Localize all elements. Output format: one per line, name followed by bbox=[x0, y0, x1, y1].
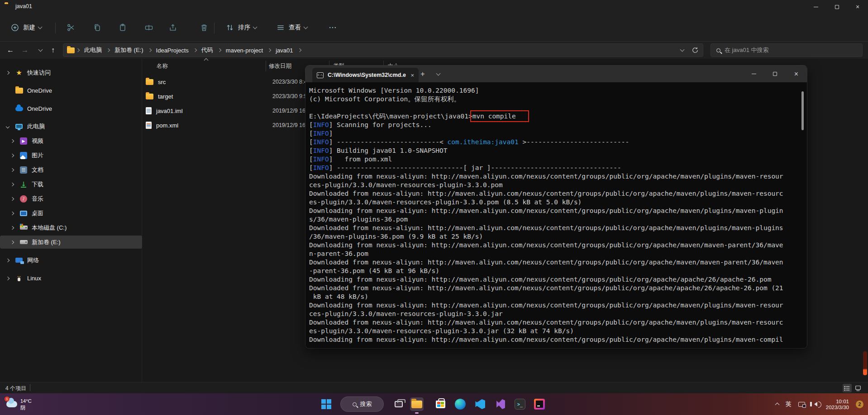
chevron-right-icon[interactable] bbox=[10, 240, 14, 244]
chevron-right-icon[interactable] bbox=[10, 153, 14, 157]
cut-button[interactable] bbox=[62, 20, 80, 35]
volume-icon[interactable] bbox=[812, 402, 817, 406]
clock[interactable]: 10:01 2023/3/30 bbox=[826, 399, 849, 410]
more-options-button[interactable] bbox=[324, 20, 341, 35]
terminal-tab[interactable]: C:\ C:\Windows\System32\cmd.e × bbox=[312, 68, 419, 82]
paste-button[interactable] bbox=[114, 20, 131, 35]
diskc-icon bbox=[19, 224, 28, 232]
breadcrumb-item[interactable]: IdeaProjects bbox=[153, 46, 192, 55]
terminal-maximize-button[interactable] bbox=[764, 66, 786, 82]
share-button[interactable] bbox=[164, 20, 181, 35]
taskbar-app-task-view[interactable] bbox=[392, 397, 405, 411]
view-button[interactable]: 查看 bbox=[272, 20, 311, 35]
cast-icon[interactable] bbox=[798, 402, 805, 407]
taskbar-search-button[interactable]: 搜索 bbox=[340, 396, 384, 412]
address-dropdown-icon[interactable] bbox=[680, 47, 685, 52]
tab-dropdown-button[interactable] bbox=[432, 66, 444, 82]
chevron-down-icon[interactable] bbox=[6, 124, 10, 128]
delete-button[interactable] bbox=[196, 20, 213, 35]
location-folder-icon bbox=[67, 47, 75, 53]
notification-badge[interactable]: 2 bbox=[856, 401, 863, 408]
file-explorer-icon bbox=[411, 401, 422, 408]
up-button[interactable]: ↑ bbox=[46, 43, 60, 57]
chevron-right-icon[interactable] bbox=[10, 226, 14, 229]
sidebar-item-文档[interactable]: 文档 bbox=[0, 163, 142, 176]
search-input[interactable]: 在 java01 中搜索 bbox=[711, 43, 863, 57]
scissors-icon bbox=[66, 23, 76, 33]
chevron-right-icon[interactable] bbox=[6, 258, 10, 262]
edge-scrollbar[interactable] bbox=[863, 351, 867, 375]
sidebar-item-桌面[interactable]: 桌面 bbox=[0, 207, 142, 220]
intellij-idea-icon bbox=[534, 399, 545, 410]
file-name: pom.xml bbox=[156, 122, 178, 129]
new-button[interactable]: 新建 bbox=[6, 20, 45, 35]
breadcrumb-separator-icon bbox=[76, 48, 80, 52]
taskbar-app-edge[interactable] bbox=[453, 397, 467, 411]
tab-close-icon[interactable]: × bbox=[410, 72, 414, 79]
chevron-right-icon[interactable] bbox=[10, 139, 14, 142]
sidebar-item-此电脑[interactable]: 此电脑 bbox=[0, 120, 142, 133]
sidebar-item-下载[interactable]: ↓下载 bbox=[0, 178, 142, 191]
new-tab-button[interactable]: + bbox=[416, 66, 429, 82]
windows-logo-icon bbox=[321, 399, 331, 409]
chevron-right-icon[interactable] bbox=[10, 211, 14, 215]
sidebar-item-新加卷 (E:)[interactable]: 新加卷 (E:) bbox=[0, 236, 142, 249]
breadcrumb-item[interactable]: 代码 bbox=[198, 45, 216, 56]
sidebar-item-视频[interactable]: ▶视频 bbox=[0, 134, 142, 147]
column-divider[interactable] bbox=[266, 61, 266, 71]
taskbar-app-visual-studio[interactable] bbox=[493, 397, 507, 411]
terminal-close-button[interactable]: × bbox=[786, 66, 807, 82]
sidebar-item-label: OneDrive bbox=[27, 105, 52, 112]
visual-studio-icon bbox=[495, 399, 505, 409]
refresh-icon[interactable] bbox=[691, 45, 699, 55]
chevron-right-icon[interactable] bbox=[6, 276, 10, 280]
sidebar-item-Linux[interactable]: Linux bbox=[0, 272, 142, 285]
large-icons-view-button[interactable] bbox=[854, 384, 863, 392]
breadcrumb-item[interactable]: 此电脑 bbox=[81, 45, 105, 56]
close-button[interactable]: × bbox=[847, 0, 868, 14]
taskbar-app-microsoft-store[interactable] bbox=[434, 397, 447, 411]
sidebar-item-label: 视频 bbox=[32, 137, 43, 145]
breadcrumb-item[interactable]: java01 bbox=[272, 46, 296, 55]
file-icon bbox=[146, 122, 152, 129]
terminal-scrollbar[interactable] bbox=[801, 91, 804, 130]
terminal-minimize-button[interactable] bbox=[743, 66, 764, 82]
taskbar-app-windows-terminal[interactable]: >_ bbox=[513, 397, 527, 411]
address-bar[interactable]: 此电脑新加卷 (E:)IdeaProjects代码maven-projectja… bbox=[63, 43, 703, 57]
command-bar: 新建 bbox=[0, 14, 868, 42]
maximize-button[interactable] bbox=[826, 0, 847, 14]
terminal-line: Downloading from nexus-aliyun: http://ma… bbox=[309, 241, 807, 250]
sort-button[interactable]: 排序 bbox=[221, 20, 260, 35]
chevron-right-icon[interactable] bbox=[6, 71, 10, 74]
minimize-button[interactable] bbox=[806, 0, 826, 14]
ime-indicator[interactable]: 英 bbox=[786, 400, 792, 408]
edge-icon bbox=[455, 399, 466, 410]
weather-temp: 14°C bbox=[20, 398, 32, 404]
taskbar-app-start[interactable] bbox=[320, 397, 333, 411]
sidebar-item-快速访问[interactable]: ★快速访问 bbox=[0, 66, 142, 79]
sidebar-item-本地磁盘 (C:)[interactable]: 本地磁盘 (C:) bbox=[0, 221, 142, 234]
sidebar-item-OneDrive[interactable]: OneDrive bbox=[0, 84, 142, 97]
taskbar-app-intellij-idea[interactable] bbox=[533, 397, 546, 411]
taskbar-app-file-explorer[interactable] bbox=[410, 397, 424, 411]
copy-button[interactable] bbox=[89, 20, 106, 35]
rename-button[interactable] bbox=[140, 20, 157, 35]
sidebar-item-OneDrive[interactable]: OneDrive bbox=[0, 102, 142, 115]
breadcrumb-item[interactable]: maven-project bbox=[223, 46, 266, 55]
breadcrumb-item[interactable]: 新加卷 (E:) bbox=[111, 45, 147, 56]
recent-locations-button[interactable] bbox=[33, 43, 47, 57]
taskbar-app-vscode[interactable] bbox=[473, 397, 487, 411]
hidden-icons-chevron[interactable] bbox=[775, 403, 779, 407]
sidebar-item-图片[interactable]: 图片 bbox=[0, 149, 142, 162]
column-header-name[interactable]: 名称 bbox=[157, 62, 168, 70]
sidebar-item-音乐[interactable]: ♪音乐 bbox=[0, 192, 142, 205]
weather-widget[interactable]: 1 14°C 阴 bbox=[6, 396, 32, 411]
column-header-date[interactable]: 修改日期 bbox=[269, 62, 291, 70]
sidebar-item-网络[interactable]: 网络 bbox=[0, 254, 142, 267]
details-view-button[interactable] bbox=[843, 384, 852, 392]
chevron-right-icon[interactable] bbox=[10, 197, 14, 200]
chevron-right-icon[interactable] bbox=[10, 168, 14, 171]
chevron-right-icon[interactable] bbox=[10, 182, 14, 186]
back-button[interactable]: ← bbox=[4, 43, 17, 57]
forward-button[interactable]: → bbox=[18, 43, 32, 57]
